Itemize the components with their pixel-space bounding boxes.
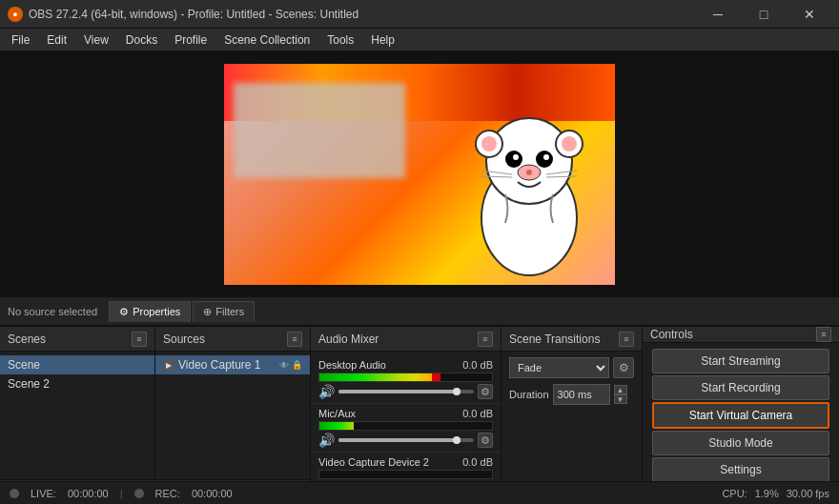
audio-desktop-name: Desktop Audio [318,359,386,371]
scene-item-0[interactable]: Scene [0,355,154,374]
audio-video-meter [318,470,493,479]
controls-config-icon[interactable]: ≡ [816,327,831,342]
audio-desktop-settings[interactable]: ⚙ [478,384,493,399]
audio-video-db: 0.0 dB [462,456,493,468]
title-bar-left: ● OBS 27.2.4 (64-bit, windows) - Profile… [8,7,358,22]
cpu-label: CPU: [722,488,747,499]
window-title: OBS 27.2.4 (64-bit, windows) - Profile: … [29,8,358,21]
duration-label: Duration [509,389,549,400]
menu-bar: File Edit View Docks Profile Scene Colle… [0,29,839,51]
studio-mode-button[interactable]: Studio Mode [652,431,829,455]
scene-transitions-panel: Scene Transitions ≡ Fade ⚙ Duration ▲ ▼ [501,327,643,504]
audio-video-header: Video Capture Device 2 0.0 dB [318,456,493,468]
menu-scene-collection[interactable]: Scene Collection [216,31,317,49]
audio-mic-slider[interactable] [338,438,474,442]
controls-buttons: Start Streaming Start Recording Start Vi… [643,343,839,504]
live-label: LIVE: [31,488,56,499]
duration-up-arrow[interactable]: ▲ [614,385,627,394]
audio-mic-name: Mic/Aux [318,408,356,419]
audio-mic-db: 0.0 dB [462,408,493,419]
menu-docks[interactable]: Docks [118,31,165,49]
source-lock-icon[interactable]: 🔒 [292,360,302,371]
properties-label: Properties [133,306,180,317]
preview-canvas[interactable] [224,64,615,285]
start-streaming-button[interactable]: Start Streaming [652,349,829,373]
status-text: No source selected [8,306,97,317]
menu-tools[interactable]: Tools [319,31,361,49]
svg-point-4 [481,136,497,151]
live-time: 00:00:00 [68,488,109,499]
audio-desktop-header: Desktop Audio 0.0 dB [318,359,493,371]
menu-profile[interactable]: Profile [167,31,215,49]
start-virtual-camera-button[interactable]: Start Virtual Camera [652,402,829,429]
source-item-0[interactable]: ▶ Video Capture 1 👁 🔒 [155,355,310,374]
sources-config-icon[interactable]: ≡ [287,332,302,347]
source-name-0: Video Capture 1 [178,358,261,372]
preview-area [0,51,839,297]
tab-properties[interactable]: ⚙ Properties [109,301,191,322]
start-recording-button[interactable]: Start Recording [652,375,829,400]
audio-mic-scale [319,422,492,430]
app-icon: ● [8,7,23,22]
meter-green-1 [319,422,354,430]
audio-video-scale [319,471,492,478]
maximize-button[interactable]: □ [742,4,786,25]
menu-edit[interactable]: Edit [39,31,74,49]
preview-blur-region [234,83,405,178]
audio-mic-knob [453,436,460,444]
audio-desktop-scale [319,373,492,381]
audio-desktop-fill [338,390,460,393]
duration-input[interactable] [553,384,610,405]
window-controls[interactable]: ─ □ ✕ [696,4,831,25]
sources-panel-header: Sources ≡ [155,327,310,352]
audio-desktop-meter [318,373,493,382]
meter-green-0 [319,373,397,381]
cpu-value: 1.9% [755,488,779,499]
close-button[interactable]: ✕ [788,4,831,25]
source-visibility-icon[interactable]: 👁 [279,360,289,371]
audio-desktop-slider[interactable] [338,390,474,393]
rec-label: REC: [155,488,180,499]
duration-down-arrow[interactable]: ▼ [614,394,627,404]
meter-yellow-0 [397,373,431,381]
svg-point-11 [526,170,532,175]
transitions-config-icon[interactable]: ≡ [619,332,634,347]
rec-indicator-dot [134,489,144,498]
properties-icon: ⚙ [119,306,129,318]
bottom-status-bar: LIVE: 00:00:00 | REC: 00:00:00 CPU: 1.9%… [0,481,839,504]
bottom-panels: Scenes ≡ Scene Scene 2 + − ∧ ∨ Sources ≡… [0,326,839,504]
tab-filters[interactable]: ⊕ Filters [193,301,255,322]
meter-red-0 [432,373,440,381]
scene-item-1[interactable]: Scene 2 [0,374,154,393]
svg-point-1 [486,118,572,204]
scenes-panel: Scenes ≡ Scene Scene 2 + − ∧ ∨ [0,327,155,504]
controls-panel: Controls ≡ Start Streaming Start Recordi… [643,327,839,504]
audio-mic-settings[interactable]: ⚙ [478,433,493,448]
audio-mixer-header-icons: ≡ [478,332,493,347]
live-indicator-dot [10,489,19,498]
audio-mixer-config-icon[interactable]: ≡ [478,332,493,347]
title-bar: ● OBS 27.2.4 (64-bit, windows) - Profile… [0,0,839,29]
minimize-button[interactable]: ─ [696,4,740,25]
prop-filter-bar: No source selected ⚙ Properties ⊕ Filter… [0,297,839,326]
audio-video-name: Video Capture Device 2 [318,456,429,468]
transition-gear-button[interactable]: ⚙ [613,357,634,378]
transition-type-select[interactable]: Fade [509,357,609,378]
menu-help[interactable]: Help [363,31,402,49]
source-type-icon: ▶ [163,359,174,371]
audio-mic-mute[interactable]: 🔊 [318,433,335,448]
scenes-panel-header: Scenes ≡ [0,327,154,352]
transitions-title: Scene Transitions [509,333,600,346]
audio-desktop-mute[interactable]: 🔊 [318,384,335,399]
transitions-header-icons: ≡ [619,332,634,347]
audio-mic-fill [338,438,460,442]
scenes-header-icons: ≡ [132,332,147,347]
transition-select-row: Fade ⚙ [509,357,634,378]
scenes-config-icon[interactable]: ≡ [132,332,147,347]
menu-file[interactable]: File [4,31,37,49]
controls-header: Controls ≡ [643,327,839,343]
audio-mic-header: Mic/Aux 0.0 dB [318,408,493,419]
menu-view[interactable]: View [76,31,116,49]
rec-time: 00:00:00 [192,488,233,499]
settings-button[interactable]: Settings [652,457,829,482]
